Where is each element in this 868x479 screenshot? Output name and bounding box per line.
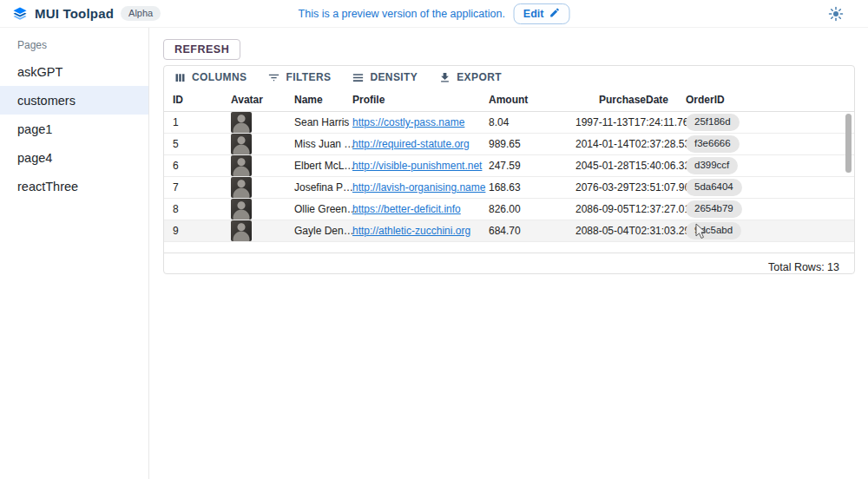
sidebar-item-page1[interactable]: page1 bbox=[0, 115, 148, 143]
profile-link[interactable]: https://better-deficit.info bbox=[352, 203, 461, 215]
cell-id: 5 bbox=[164, 138, 222, 150]
toolbar-export-button[interactable]: EXPORT bbox=[434, 69, 506, 86]
export-icon bbox=[438, 71, 451, 84]
profile-link[interactable]: http://athletic-zucchini.org bbox=[352, 225, 470, 237]
id-value: 7 bbox=[173, 181, 179, 194]
cell-name: Elbert McL… bbox=[286, 160, 344, 172]
id-value: 1 bbox=[173, 116, 179, 128]
amount-value: 247.59 bbox=[489, 160, 521, 172]
column-header-label: OrderID bbox=[686, 94, 725, 106]
column-header-purchasedate[interactable]: PurchaseDate bbox=[575, 94, 677, 106]
order-id-chip: 25f186d bbox=[686, 114, 740, 131]
toolbar-filters-button[interactable]: FILTERS bbox=[263, 69, 335, 86]
vertical-scrollbar-thumb[interactable] bbox=[845, 114, 852, 173]
toolbar-button-label: DENSITY bbox=[370, 71, 418, 83]
edit-button[interactable]: Edit bbox=[514, 3, 570, 24]
cell-avatar bbox=[222, 199, 286, 220]
name-value: Sean Harris bbox=[294, 116, 349, 128]
avatar bbox=[231, 199, 252, 220]
sidebar: Pages askGPTcustomerspage1page4reactThre… bbox=[0, 28, 149, 479]
avatar bbox=[231, 134, 252, 154]
main-content: REFRESH COLUMNSFILTERSDENSITYEXPORT IDAv… bbox=[149, 28, 868, 479]
toolbar-button-label: FILTERS bbox=[286, 71, 331, 83]
avatar bbox=[231, 177, 252, 198]
amount-value: 684.70 bbox=[489, 225, 521, 237]
toolbar-button-label: COLUMNS bbox=[192, 71, 247, 83]
profile-link[interactable]: http://required-statute.org bbox=[352, 138, 470, 150]
avatar bbox=[231, 112, 252, 133]
columns-icon bbox=[174, 71, 187, 84]
amount-value: 8.04 bbox=[489, 116, 509, 128]
column-header-orderid[interactable]: OrderID bbox=[677, 94, 854, 106]
edit-button-label: Edit bbox=[523, 8, 544, 20]
cell-order-id: d399ccf bbox=[677, 157, 854, 174]
cell-profile: http://athletic-zucchini.org bbox=[344, 225, 480, 237]
grid-footer: Total Rows: 13 bbox=[164, 253, 854, 274]
id-value: 6 bbox=[173, 160, 179, 172]
sidebar-item-page4[interactable]: page4 bbox=[0, 143, 148, 172]
order-id-chip: 5da6404 bbox=[686, 179, 742, 196]
density-icon bbox=[352, 71, 365, 84]
cell-purchase-date: 1997-11-13T17:24:11.769Z bbox=[575, 116, 677, 128]
table-row: 1Sean Harrishttps://costly-pass.name8.04… bbox=[164, 112, 854, 134]
order-id-chip: 2654b79 bbox=[686, 200, 742, 218]
column-header-amount[interactable]: Amount bbox=[480, 94, 575, 106]
brand: MUI Toolpad Alpha bbox=[0, 6, 161, 22]
column-header-name[interactable]: Name bbox=[286, 94, 344, 106]
preview-banner-text: This is a preview version of the applica… bbox=[299, 8, 505, 20]
table-row: 5Miss Juan …http://required-statute.org9… bbox=[164, 134, 854, 155]
filter-icon bbox=[267, 71, 280, 84]
cell-amount: 168.63 bbox=[480, 181, 575, 194]
cell-amount: 826.00 bbox=[480, 203, 575, 215]
refresh-button[interactable]: REFRESH bbox=[163, 39, 240, 60]
cell-id: 1 bbox=[164, 116, 222, 128]
app-title: MUI Toolpad bbox=[35, 6, 114, 21]
table-row: 7Josefina P…http://lavish-organising.nam… bbox=[164, 177, 854, 199]
app-header: MUI Toolpad Alpha This is a preview vers… bbox=[0, 0, 868, 28]
toolbar-columns-button[interactable]: COLUMNS bbox=[169, 69, 251, 86]
column-header-id[interactable]: ID bbox=[164, 94, 222, 106]
theme-toggle-button[interactable] bbox=[828, 6, 844, 22]
amount-value: 168.63 bbox=[489, 181, 521, 194]
cell-name: Gayle Den… bbox=[286, 225, 344, 237]
sidebar-item-label: page4 bbox=[17, 151, 52, 165]
id-value: 8 bbox=[173, 203, 179, 215]
sidebar-item-customers[interactable]: customers bbox=[0, 86, 148, 115]
sidebar-item-reactThree[interactable]: reactThree bbox=[0, 172, 148, 200]
sidebar-item-label: page1 bbox=[17, 122, 52, 136]
cell-id: 8 bbox=[164, 203, 222, 215]
column-header-avatar[interactable]: Avatar bbox=[222, 94, 286, 106]
profile-link[interactable]: https://costly-pass.name bbox=[352, 116, 464, 128]
cell-profile: https://better-deficit.info bbox=[344, 203, 480, 215]
cell-order-id: 9dc5abd bbox=[677, 222, 854, 240]
cell-id: 7 bbox=[164, 181, 222, 194]
grid-toolbar: COLUMNSFILTERSDENSITYEXPORT bbox=[164, 66, 854, 89]
cell-profile: https://costly-pass.name bbox=[344, 116, 480, 128]
amount-value: 826.00 bbox=[489, 203, 521, 215]
cell-avatar bbox=[222, 155, 286, 176]
cell-avatar bbox=[222, 112, 286, 133]
data-grid: COLUMNSFILTERSDENSITYEXPORT IDAvatarName… bbox=[163, 65, 855, 274]
id-value: 9 bbox=[173, 225, 179, 237]
column-header-label: Name bbox=[294, 94, 323, 106]
column-header-label: Amount bbox=[489, 94, 528, 106]
column-header-profile[interactable]: Profile bbox=[344, 94, 480, 106]
cell-purchase-date: 2076-03-29T23:51:07.968Z bbox=[575, 181, 677, 194]
toolpad-logo-icon bbox=[12, 6, 28, 22]
cell-amount: 684.70 bbox=[480, 225, 575, 237]
table-row: 8Ollie Green…https://better-deficit.info… bbox=[164, 199, 854, 220]
sidebar-item-askGPT[interactable]: askGPT bbox=[0, 57, 148, 86]
toolbar-density-button[interactable]: DENSITY bbox=[347, 69, 422, 86]
id-value: 5 bbox=[173, 138, 179, 150]
cell-purchase-date: 2088-05-04T02:31:03.294Z bbox=[575, 225, 677, 237]
profile-link[interactable]: http://visible-punishment.net bbox=[352, 160, 482, 172]
profile-link[interactable]: http://lavish-organising.name bbox=[352, 181, 485, 194]
cell-name: Ollie Green… bbox=[286, 203, 344, 215]
cell-purchase-date: 2045-01-28T15:40:06.325Z bbox=[575, 160, 677, 172]
cell-order-id: 5da6404 bbox=[677, 179, 854, 196]
grid-header-row: IDAvatarNameProfileAmountPurchaseDateOrd… bbox=[164, 89, 854, 112]
cell-amount: 989.65 bbox=[480, 138, 575, 150]
grid-rows: 1Sean Harrishttps://costly-pass.name8.04… bbox=[164, 112, 854, 247]
alpha-badge: Alpha bbox=[121, 6, 161, 21]
cell-avatar bbox=[222, 134, 286, 154]
